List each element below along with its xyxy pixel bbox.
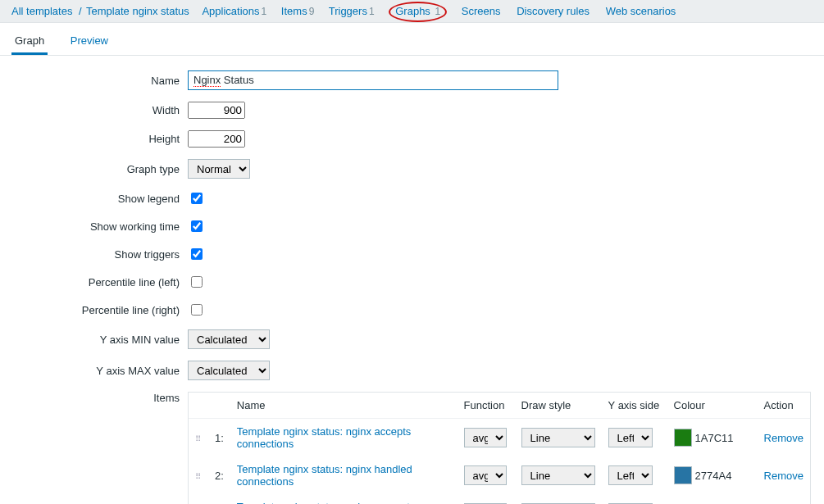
color-swatch[interactable] (674, 466, 692, 484)
ymin-select[interactable]: Calculated (188, 329, 270, 349)
side-select[interactable]: Left (608, 428, 653, 447)
subtabs: Graph Preview (0, 28, 824, 56)
label-percright: Percentile line (right) (11, 304, 188, 316)
count-triggers: 1 (369, 6, 375, 17)
breadcrumb-sep: / (79, 5, 82, 17)
color-code: 1A7C11 (695, 432, 734, 444)
table-row: ⠿3:Template nginx status: nginx requests… (189, 494, 810, 504)
side-select[interactable]: Left (608, 465, 653, 485)
tab-preview[interactable]: Preview (67, 28, 112, 55)
row-index: 3: (208, 494, 230, 504)
items-panel: Name Function Draw style Y axis side Col… (188, 392, 811, 504)
table-row: ⠿1:Template nginx status: nginx accepts … (189, 419, 810, 457)
drag-handle[interactable]: ⠿ (195, 472, 202, 481)
tab-graph[interactable]: Graph (11, 28, 48, 55)
link-screens[interactable]: Screens (462, 5, 501, 17)
link-items[interactable]: Items (281, 5, 307, 17)
graph-form: Name Nginx Status Width Height Graph typ… (0, 56, 824, 504)
item-link[interactable]: Template nginx status: nginx handled con… (237, 463, 412, 488)
count-graphs: 1 (435, 6, 441, 17)
items-table: Name Function Draw style Y axis side Col… (189, 393, 810, 504)
working-check[interactable] (191, 220, 203, 232)
remove-link[interactable]: Remove (764, 432, 804, 444)
func-select[interactable]: avg (464, 465, 507, 485)
height-input[interactable] (188, 130, 245, 148)
label-graphtype: Graph type (11, 163, 188, 175)
link-triggers[interactable]: Triggers (329, 5, 367, 17)
link-template[interactable]: Template nginx status (86, 5, 189, 17)
label-width: Width (11, 104, 188, 116)
label-items: Items (11, 392, 188, 404)
ymax-select[interactable]: Calculated (188, 361, 270, 380)
item-link[interactable]: Template nginx status: nginx requests co… (237, 501, 416, 504)
count-applications: 1 (262, 6, 267, 17)
th-func: Function (458, 393, 515, 419)
remove-link[interactable]: Remove (764, 470, 804, 482)
table-row: ⠿2:Template nginx status: nginx handled … (189, 456, 810, 494)
label-working: Show working time (11, 220, 188, 233)
label-triggers: Show triggers (11, 248, 188, 261)
link-graphs[interactable]: Graphs (395, 5, 430, 17)
th-color: Colour (667, 393, 758, 419)
draw-select[interactable]: Line (521, 465, 595, 485)
breadcrumb-bar: All templates / Template nginx status Ap… (0, 0, 824, 23)
th-action: Action (758, 393, 810, 419)
th-draw: Draw style (515, 393, 602, 419)
item-link[interactable]: Template nginx status: nginx accepts con… (237, 425, 411, 450)
count-items: 9 (309, 6, 315, 17)
percleft-check[interactable] (191, 276, 203, 288)
label-height: Height (11, 133, 188, 145)
graphtype-select[interactable]: Normal (188, 159, 250, 179)
width-input[interactable] (188, 102, 245, 119)
percright-check[interactable] (191, 304, 203, 316)
label-ymin: Y axis MIN value (11, 334, 188, 346)
label-percleft: Percentile line (left) (11, 276, 188, 288)
label-legend: Show legend (11, 193, 188, 205)
th-name: Name (230, 393, 458, 419)
color-swatch[interactable] (674, 429, 692, 447)
func-select[interactable]: avg (464, 428, 507, 447)
legend-check[interactable] (191, 193, 203, 204)
th-yaxis: Y axis side (602, 393, 667, 419)
link-discovery[interactable]: Discovery rules (517, 5, 590, 17)
link-web[interactable]: Web scenarios (606, 5, 676, 17)
triggers-check[interactable] (191, 248, 203, 260)
link-applications[interactable]: Applications (202, 5, 259, 17)
label-ymax: Y axis MAX value (11, 365, 188, 377)
name-input[interactable]: Nginx Status (188, 70, 558, 90)
highlight-graphs: Graphs 1 (389, 2, 447, 22)
color-code: 2774A4 (695, 470, 732, 482)
drag-handle[interactable]: ⠿ (195, 434, 202, 443)
name-text-post: Status (221, 74, 253, 86)
label-name: Name (11, 75, 188, 87)
name-text-pre: Nginx (193, 74, 221, 87)
row-index: 1: (208, 419, 230, 457)
row-index: 2: (208, 456, 230, 494)
draw-select[interactable]: Line (521, 428, 595, 447)
link-all-templates[interactable]: All templates (11, 5, 72, 17)
